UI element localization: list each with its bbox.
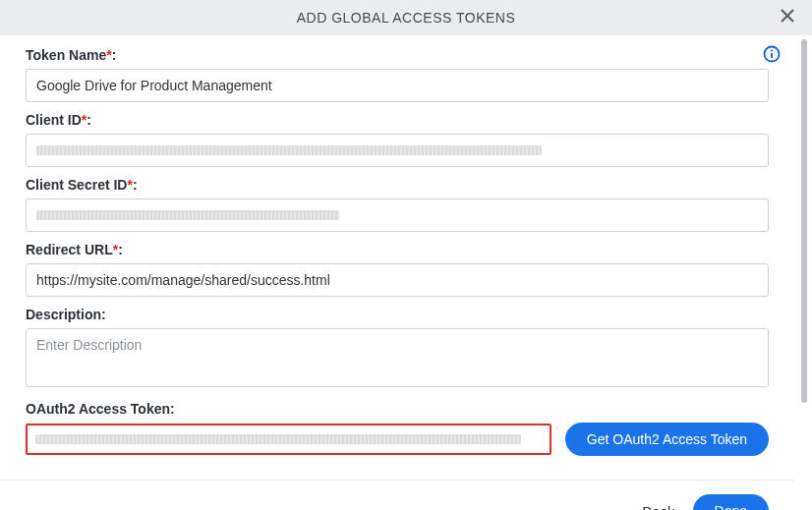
token-name-input[interactable]: [26, 69, 769, 102]
label-colon: :: [87, 112, 91, 128]
modal-footer: Back Done: [0, 480, 794, 510]
client-secret-input[interactable]: [26, 198, 769, 232]
redacted-value: [36, 210, 339, 220]
token-name-group: Token Name*:: [26, 47, 769, 102]
redacted-value: [35, 434, 521, 444]
redacted-value: [36, 145, 542, 155]
client-secret-label: Client Secret ID*:: [26, 177, 769, 193]
label-colon: :: [133, 177, 138, 193]
close-icon[interactable]: [779, 7, 796, 28]
label-text: Redirect URL: [26, 242, 113, 257]
client-id-input[interactable]: [26, 134, 769, 167]
client-secret-group: Client Secret ID*:: [26, 177, 769, 232]
svg-point-3: [771, 49, 773, 51]
svg-rect-4: [771, 53, 773, 58]
description-group: Description:: [26, 307, 769, 391]
redirect-url-group: Redirect URL*:: [26, 242, 769, 297]
oauth-token-display[interactable]: [26, 424, 551, 455]
oauth-token-row: Get OAuth2 Access Token: [26, 423, 769, 456]
description-input[interactable]: [26, 328, 769, 387]
get-oauth-token-button[interactable]: Get OAuth2 Access Token: [565, 423, 769, 456]
label-text: Client ID: [26, 112, 82, 128]
oauth-token-group: OAuth2 Access Token: Get OAuth2 Access T…: [26, 401, 769, 456]
done-button[interactable]: Done: [693, 494, 769, 510]
label-text: Token Name: [26, 47, 106, 63]
modal-header: ADD GLOBAL ACCESS TOKENS: [0, 0, 812, 35]
description-label: Description:: [26, 307, 769, 322]
token-name-label: Token Name*:: [26, 47, 769, 63]
label-colon: :: [118, 242, 123, 257]
redirect-url-label: Redirect URL*:: [26, 242, 769, 257]
modal-body: Token Name*: Client ID*: Client Secret I…: [0, 35, 794, 470]
redirect-url-input[interactable]: [26, 263, 769, 297]
oauth-token-label: OAuth2 Access Token:: [26, 401, 769, 417]
client-id-label: Client ID*:: [26, 112, 769, 128]
label-colon: :: [112, 47, 117, 63]
client-id-group: Client ID*:: [26, 112, 769, 167]
back-button[interactable]: Back: [642, 503, 674, 511]
scrollbar[interactable]: [801, 39, 807, 403]
label-text: Client Secret ID: [26, 177, 127, 193]
modal-title: ADD GLOBAL ACCESS TOKENS: [297, 10, 516, 26]
info-icon[interactable]: [763, 45, 781, 67]
